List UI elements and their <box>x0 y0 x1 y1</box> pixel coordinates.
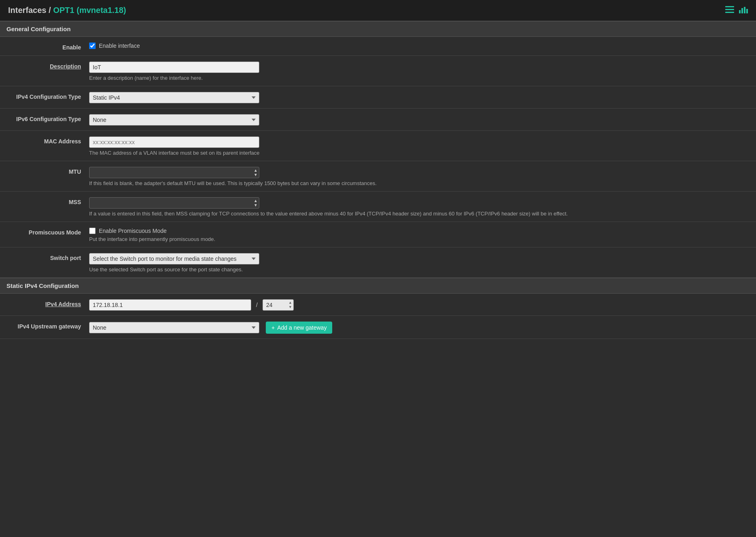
ipv6-config-type-content: None DHCPv6 Static IPv6 SLAAC <box>89 113 756 126</box>
promiscuous-mode-help: Put the interface into permanently promi… <box>89 236 748 242</box>
mss-spinner-wrapper: ▲ ▼ <box>89 197 259 209</box>
static-ipv4-header: Static IPv4 Configuration <box>0 278 756 294</box>
list-icon[interactable] <box>725 6 734 15</box>
promiscuous-mode-row: Promiscuous Mode Enable Promiscuous Mode… <box>0 222 756 247</box>
mtu-content: ▲ ▼ If this field is blank, the adapter'… <box>89 166 756 186</box>
enable-content: Enable interface <box>89 42 756 49</box>
switch-port-label: Switch port <box>0 252 89 261</box>
enable-checkbox[interactable] <box>89 43 96 49</box>
gateway-row: None + Add a new gateway <box>89 322 748 334</box>
svg-rect-6 <box>746 9 748 13</box>
ipv4-config-type-select[interactable]: Static IPv4 DHCP None <box>89 92 259 103</box>
header-icons <box>725 6 748 15</box>
add-gateway-plus-icon: + <box>271 324 275 331</box>
add-gateway-button[interactable]: + Add a new gateway <box>266 322 332 334</box>
mac-address-label: MAC Address <box>0 136 89 145</box>
mss-input[interactable] <box>89 197 259 209</box>
promiscuous-mode-label: Promiscuous Mode <box>0 227 89 236</box>
mac-address-row: MAC Address The MAC address of a VLAN in… <box>0 131 756 161</box>
general-config-section: General Configuration Enable Enable inte… <box>0 21 756 278</box>
switch-port-select[interactable]: Select the Switch port to monitor for me… <box>89 253 259 264</box>
enable-label: Enable <box>0 42 89 51</box>
ipv4-gateway-row: IPv4 Upstream gateway None + Add a new g… <box>0 316 756 339</box>
mss-label: MSS <box>0 196 89 205</box>
ipv4-address-row-inner: / ▲ ▼ <box>89 299 748 311</box>
description-content: Enter a description (name) for the inter… <box>89 61 756 81</box>
mtu-spinner-wrapper: ▲ ▼ <box>89 167 259 178</box>
mss-row: MSS ▲ ▼ If a value is entered in this fi… <box>0 192 756 222</box>
mtu-row: MTU ▲ ▼ If this field is blank, the adap… <box>0 161 756 192</box>
breadcrumb-link[interactable]: OPT1 (mvneta1.18) <box>53 6 126 15</box>
enable-checkbox-label: Enable interface <box>99 43 140 49</box>
ipv4-address-label[interactable]: IPv4 Address <box>0 298 89 307</box>
chart-icon[interactable] <box>739 6 748 15</box>
svg-rect-4 <box>741 8 743 13</box>
switch-port-row: Switch port Select the Switch port to mo… <box>0 247 756 278</box>
breadcrumb-base: Interfaces <box>8 6 47 15</box>
ipv4-address-input[interactable] <box>89 299 251 311</box>
switch-port-help: Use the selected Switch port as source f… <box>89 266 748 273</box>
ipv6-config-type-label: IPv6 Configuration Type <box>0 113 89 122</box>
mtu-input[interactable] <box>89 167 259 178</box>
mac-address-help: The MAC address of a VLAN interface must… <box>89 150 748 156</box>
svg-rect-3 <box>739 10 741 13</box>
mac-address-input[interactable] <box>89 136 259 148</box>
breadcrumb: Interfaces / OPT1 (mvneta1.18) <box>8 6 126 15</box>
general-config-header: General Configuration <box>0 21 756 37</box>
promiscuous-checkbox-label: Enable Promiscuous Mode <box>99 228 167 234</box>
svg-rect-1 <box>725 9 734 10</box>
mtu-help: If this field is blank, the adapter's de… <box>89 180 748 186</box>
ipv4-address-row: IPv4 Address / ▲ ▼ <box>0 294 756 316</box>
ipv4-config-type-content: Static IPv4 DHCP None <box>89 91 756 103</box>
ipv6-config-type-select[interactable]: None DHCPv6 Static IPv6 SLAAC <box>89 114 259 126</box>
mss-help: If a value is entered in this field, the… <box>89 211 748 217</box>
ipv4-config-type-row: IPv4 Configuration Type Static IPv4 DHCP… <box>0 86 756 109</box>
enable-row: Enable Enable interface <box>0 37 756 56</box>
description-row: Description Enter a description (name) f… <box>0 56 756 86</box>
cidr-input[interactable] <box>263 300 287 310</box>
svg-rect-5 <box>744 7 745 13</box>
main-content: General Configuration Enable Enable inte… <box>0 21 756 339</box>
static-ipv4-section: Static IPv4 Configuration IPv4 Address /… <box>0 278 756 339</box>
svg-rect-2 <box>725 12 734 13</box>
description-label[interactable]: Description <box>0 61 89 70</box>
description-help: Enter a description (name) for the inter… <box>89 75 748 81</box>
mtu-label: MTU <box>0 166 89 175</box>
svg-rect-0 <box>725 6 734 7</box>
mtu-spinner-arrows[interactable]: ▲ ▼ <box>254 168 258 177</box>
description-input[interactable] <box>89 62 259 73</box>
mss-content: ▲ ▼ If a value is entered in this field,… <box>89 196 756 217</box>
mss-spinner-arrows[interactable]: ▲ ▼ <box>254 199 258 207</box>
ipv4-address-content: / ▲ ▼ <box>89 298 756 311</box>
enable-checkbox-row: Enable interface <box>89 43 748 49</box>
switch-port-content: Select the Switch port to monitor for me… <box>89 252 756 273</box>
ipv4-gateway-content: None + Add a new gateway <box>89 321 756 334</box>
cidr-arrows[interactable]: ▲ ▼ <box>287 300 293 310</box>
promiscuous-checkbox-row: Enable Promiscuous Mode <box>89 228 748 234</box>
ipv4-gateway-select[interactable]: None <box>89 322 259 333</box>
mac-address-content: The MAC address of a VLAN interface must… <box>89 136 756 156</box>
ipv6-config-type-row: IPv6 Configuration Type None DHCPv6 Stat… <box>0 109 756 131</box>
ipv4-config-type-label: IPv4 Configuration Type <box>0 91 89 100</box>
promiscuous-mode-content: Enable Promiscuous Mode Put the interfac… <box>89 227 756 242</box>
cidr-spinner: ▲ ▼ <box>263 299 294 311</box>
add-gateway-label: Add a new gateway <box>277 324 327 331</box>
ipv4-gateway-label: IPv4 Upstream gateway <box>0 321 89 330</box>
promiscuous-checkbox[interactable] <box>89 228 96 234</box>
top-header: Interfaces / OPT1 (mvneta1.18) <box>0 0 756 21</box>
ipv4-suffix: / <box>254 302 259 308</box>
